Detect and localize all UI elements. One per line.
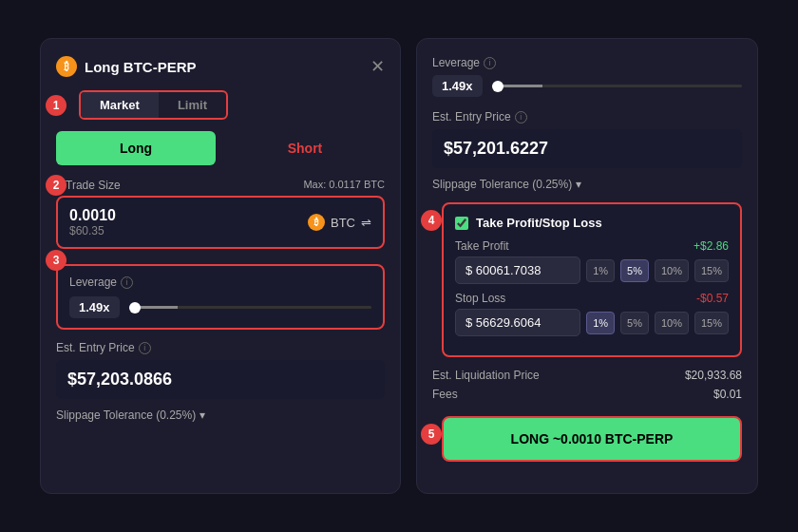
stop-loss-row: Stop Loss -$0.57 1% 5% 10% 15% [455,292,729,336]
slippage-row[interactable]: Slippage Tolerance (0.25%) ▾ [56,408,385,422]
fees-row: Fees $0.01 [432,388,742,401]
market-tab[interactable]: Market [81,92,159,118]
est-entry-info-icon[interactable]: i [139,342,151,354]
trade-size-value: 0.0010 [69,207,116,224]
est-entry-label: Est. Entry Price i [56,341,385,354]
slippage-chevron-icon[interactable]: ▾ [200,408,205,422]
slippage-label: Slippage Tolerance (0.25%) [56,408,196,422]
step1-row: 1 Market Limit [56,90,385,120]
stop-loss-input-row: 1% 5% 10% 15% [455,309,729,336]
tpsl-title: Take Profit/Stop Loss [476,216,602,230]
step5-badge: 5 [421,424,442,445]
take-profit-input[interactable] [455,256,580,284]
tpsl-header: Take Profit/Stop Loss [455,216,729,230]
max-label: Max: 0.0117 BTC [303,179,385,192]
limit-tab[interactable]: Limit [159,92,226,118]
step3-row: 3 Leverage i 1.49x [56,260,385,330]
leverage-box: Leverage i 1.49x [56,264,385,330]
est-entry-value: $57,203.0866 [56,360,385,399]
stop-loss-pnl: -$0.57 [696,292,729,305]
currency-label: BTC [331,216,355,230]
trade-size-box[interactable]: 0.0010 $60.35 ₿ BTC ⇌ [56,196,385,249]
tp-pct-1[interactable]: 1% [586,259,615,282]
stop-loss-header: Stop Loss -$0.57 [455,292,729,305]
right-slippage[interactable]: Slippage Tolerance (0.25%) ▾ [432,178,742,191]
step2-row: 2 Trade Size Max: 0.0117 BTC 0.0010 $60.… [56,179,385,249]
sl-pct-5[interactable]: 5% [620,312,649,334]
trade-size-usd: $60.35 [69,224,116,238]
leverage-slider-thumb[interactable] [129,302,141,314]
sl-pct-1[interactable]: 1% [586,312,615,334]
left-panel: ₿ Long BTC-PERP ✕ 1 Market Limit Long Sh… [40,38,401,494]
liquidation-label: Est. Liquidation Price [432,369,540,382]
swap-icon[interactable]: ⇌ [361,216,371,230]
step4-badge: 4 [421,210,442,231]
right-est-entry-value: $57,201.6227 [432,129,742,168]
step5-container: 5 LONG ~0.0010 BTC-PERP [442,407,742,462]
leverage-slider-track[interactable] [129,306,371,309]
take-profit-label: Take Profit [455,239,509,253]
trade-size-right: ₿ BTC ⇌ [308,214,371,231]
tp-pct-5[interactable]: 5% [620,259,649,282]
right-leverage-label: Leverage i [432,56,742,69]
panel-title: ₿ Long BTC-PERP [56,56,197,77]
btc-icon: ₿ [56,56,77,77]
step4-container: 4 Take Profit/Stop Loss Take Profit +$2.… [442,202,742,357]
take-profit-input-row: 1% 5% 10% 15% [455,256,729,284]
take-profit-row: Take Profit +$2.86 1% 5% 10% 15% [455,239,729,284]
tpsl-checkbox[interactable] [455,217,468,230]
right-leverage-info-icon[interactable]: i [484,57,496,69]
close-button[interactable]: ✕ [370,58,385,75]
sl-pct-15[interactable]: 15% [694,312,729,334]
right-leverage-value: 1.49x [432,75,483,97]
leverage-slider-row: 1.49x [69,296,371,318]
step1-badge: 1 [46,95,66,116]
short-direction-button[interactable]: Short [225,131,385,165]
right-leverage-row: 1.49x [432,75,742,97]
liquidation-value: $20,933.68 [685,369,742,382]
tp-pct-15[interactable]: 15% [694,259,729,282]
step3-badge: 3 [46,250,66,271]
long-action-button[interactable]: LONG ~0.0010 BTC-PERP [442,416,742,462]
right-leverage-slider[interactable] [492,85,742,87]
step2-badge: 2 [46,175,66,196]
long-direction-button[interactable]: Long [56,131,216,165]
right-slippage-chevron-icon[interactable]: ▾ [576,178,581,191]
take-profit-pnl: +$2.86 [694,239,729,253]
tpsl-box: Take Profit/Stop Loss Take Profit +$2.86… [442,202,742,357]
stop-loss-label: Stop Loss [455,292,505,305]
right-est-entry-label: Est. Entry Price i [432,110,742,124]
right-est-info-icon[interactable]: i [515,111,527,124]
panel-header: ₿ Long BTC-PERP ✕ [56,56,385,77]
right-slippage-label: Slippage Tolerance (0.25%) [432,178,572,191]
fees-value: $0.01 [713,388,742,401]
leverage-label: Leverage i [69,276,371,289]
tp-pct-10[interactable]: 10% [655,259,689,282]
leverage-value: 1.49x [69,296,120,318]
stop-loss-input[interactable] [455,309,580,336]
direction-row: Long Short [56,131,385,165]
take-profit-header: Take Profit +$2.86 [455,239,729,253]
leverage-info-icon[interactable]: i [121,276,133,289]
sl-pct-10[interactable]: 10% [655,312,689,334]
trade-size-label: Trade Size [66,179,121,192]
liquidation-row: Est. Liquidation Price $20,933.68 [432,369,742,382]
fees-label: Fees [432,388,458,401]
trade-size-left: 0.0010 $60.35 [69,207,116,238]
order-tabs: Market Limit [79,90,228,120]
btc-currency-icon: ₿ [308,214,325,231]
panel-title-text: Long BTC-PERP [85,59,197,75]
right-leverage-thumb[interactable] [492,81,504,92]
right-panel: Leverage i 1.49x Est. Entry Price i $57,… [416,38,758,494]
